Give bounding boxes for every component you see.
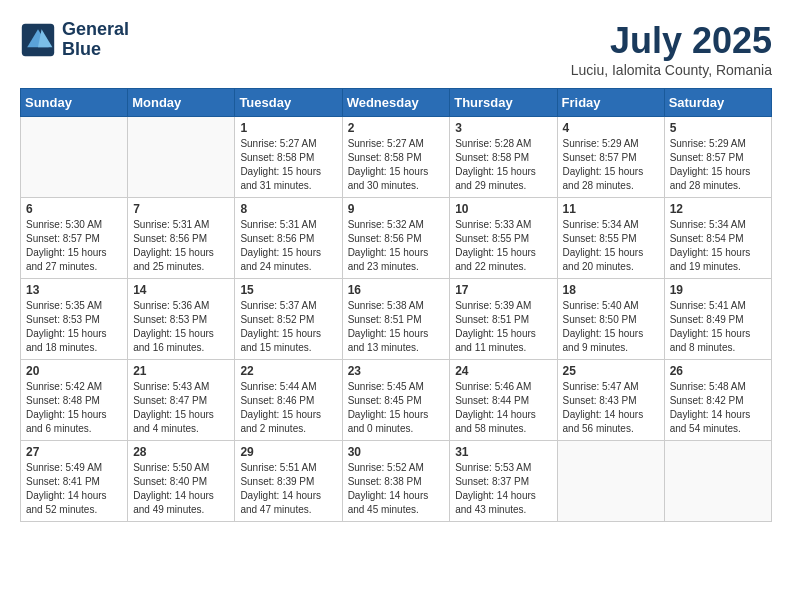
day-number: 6 xyxy=(26,202,122,216)
weekday-header: Sunday xyxy=(21,89,128,117)
logo-text: General Blue xyxy=(62,20,129,60)
day-number: 19 xyxy=(670,283,766,297)
calendar-cell: 22Sunrise: 5:44 AM Sunset: 8:46 PM Dayli… xyxy=(235,360,342,441)
calendar-cell xyxy=(21,117,128,198)
calendar-cell: 2Sunrise: 5:27 AM Sunset: 8:58 PM Daylig… xyxy=(342,117,450,198)
cell-details: Sunrise: 5:37 AM Sunset: 8:52 PM Dayligh… xyxy=(240,299,336,355)
weekday-header: Wednesday xyxy=(342,89,450,117)
day-number: 4 xyxy=(563,121,659,135)
cell-details: Sunrise: 5:50 AM Sunset: 8:40 PM Dayligh… xyxy=(133,461,229,517)
calendar-week-row: 20Sunrise: 5:42 AM Sunset: 8:48 PM Dayli… xyxy=(21,360,772,441)
month-title: July 2025 xyxy=(571,20,772,62)
calendar-cell: 23Sunrise: 5:45 AM Sunset: 8:45 PM Dayli… xyxy=(342,360,450,441)
calendar-cell: 4Sunrise: 5:29 AM Sunset: 8:57 PM Daylig… xyxy=(557,117,664,198)
calendar-cell: 7Sunrise: 5:31 AM Sunset: 8:56 PM Daylig… xyxy=(128,198,235,279)
day-number: 21 xyxy=(133,364,229,378)
cell-details: Sunrise: 5:27 AM Sunset: 8:58 PM Dayligh… xyxy=(348,137,445,193)
calendar-header-row: SundayMondayTuesdayWednesdayThursdayFrid… xyxy=(21,89,772,117)
weekday-header: Monday xyxy=(128,89,235,117)
day-number: 10 xyxy=(455,202,551,216)
cell-details: Sunrise: 5:47 AM Sunset: 8:43 PM Dayligh… xyxy=(563,380,659,436)
cell-details: Sunrise: 5:31 AM Sunset: 8:56 PM Dayligh… xyxy=(133,218,229,274)
day-number: 28 xyxy=(133,445,229,459)
location-title: Luciu, Ialomita County, Romania xyxy=(571,62,772,78)
cell-details: Sunrise: 5:34 AM Sunset: 8:54 PM Dayligh… xyxy=(670,218,766,274)
day-number: 15 xyxy=(240,283,336,297)
day-number: 12 xyxy=(670,202,766,216)
calendar-cell: 5Sunrise: 5:29 AM Sunset: 8:57 PM Daylig… xyxy=(664,117,771,198)
cell-details: Sunrise: 5:44 AM Sunset: 8:46 PM Dayligh… xyxy=(240,380,336,436)
logo: General Blue xyxy=(20,20,129,60)
calendar-cell xyxy=(128,117,235,198)
day-number: 16 xyxy=(348,283,445,297)
calendar-cell: 21Sunrise: 5:43 AM Sunset: 8:47 PM Dayli… xyxy=(128,360,235,441)
cell-details: Sunrise: 5:51 AM Sunset: 8:39 PM Dayligh… xyxy=(240,461,336,517)
day-number: 2 xyxy=(348,121,445,135)
page-header: General Blue July 2025 Luciu, Ialomita C… xyxy=(20,20,772,78)
day-number: 20 xyxy=(26,364,122,378)
day-number: 30 xyxy=(348,445,445,459)
day-number: 24 xyxy=(455,364,551,378)
day-number: 1 xyxy=(240,121,336,135)
cell-details: Sunrise: 5:48 AM Sunset: 8:42 PM Dayligh… xyxy=(670,380,766,436)
calendar-week-row: 6Sunrise: 5:30 AM Sunset: 8:57 PM Daylig… xyxy=(21,198,772,279)
calendar-cell: 29Sunrise: 5:51 AM Sunset: 8:39 PM Dayli… xyxy=(235,441,342,522)
cell-details: Sunrise: 5:29 AM Sunset: 8:57 PM Dayligh… xyxy=(670,137,766,193)
day-number: 23 xyxy=(348,364,445,378)
cell-details: Sunrise: 5:31 AM Sunset: 8:56 PM Dayligh… xyxy=(240,218,336,274)
calendar-cell: 30Sunrise: 5:52 AM Sunset: 8:38 PM Dayli… xyxy=(342,441,450,522)
day-number: 5 xyxy=(670,121,766,135)
weekday-header: Thursday xyxy=(450,89,557,117)
cell-details: Sunrise: 5:52 AM Sunset: 8:38 PM Dayligh… xyxy=(348,461,445,517)
calendar-cell: 12Sunrise: 5:34 AM Sunset: 8:54 PM Dayli… xyxy=(664,198,771,279)
day-number: 13 xyxy=(26,283,122,297)
calendar-table: SundayMondayTuesdayWednesdayThursdayFrid… xyxy=(20,88,772,522)
calendar-cell: 10Sunrise: 5:33 AM Sunset: 8:55 PM Dayli… xyxy=(450,198,557,279)
calendar-cell: 17Sunrise: 5:39 AM Sunset: 8:51 PM Dayli… xyxy=(450,279,557,360)
day-number: 18 xyxy=(563,283,659,297)
day-number: 11 xyxy=(563,202,659,216)
cell-details: Sunrise: 5:28 AM Sunset: 8:58 PM Dayligh… xyxy=(455,137,551,193)
calendar-cell: 16Sunrise: 5:38 AM Sunset: 8:51 PM Dayli… xyxy=(342,279,450,360)
cell-details: Sunrise: 5:53 AM Sunset: 8:37 PM Dayligh… xyxy=(455,461,551,517)
cell-details: Sunrise: 5:32 AM Sunset: 8:56 PM Dayligh… xyxy=(348,218,445,274)
calendar-cell: 9Sunrise: 5:32 AM Sunset: 8:56 PM Daylig… xyxy=(342,198,450,279)
calendar-cell: 15Sunrise: 5:37 AM Sunset: 8:52 PM Dayli… xyxy=(235,279,342,360)
calendar-cell: 24Sunrise: 5:46 AM Sunset: 8:44 PM Dayli… xyxy=(450,360,557,441)
cell-details: Sunrise: 5:36 AM Sunset: 8:53 PM Dayligh… xyxy=(133,299,229,355)
calendar-week-row: 1Sunrise: 5:27 AM Sunset: 8:58 PM Daylig… xyxy=(21,117,772,198)
calendar-cell: 8Sunrise: 5:31 AM Sunset: 8:56 PM Daylig… xyxy=(235,198,342,279)
calendar-cell: 20Sunrise: 5:42 AM Sunset: 8:48 PM Dayli… xyxy=(21,360,128,441)
day-number: 17 xyxy=(455,283,551,297)
calendar-cell: 26Sunrise: 5:48 AM Sunset: 8:42 PM Dayli… xyxy=(664,360,771,441)
calendar-cell xyxy=(664,441,771,522)
cell-details: Sunrise: 5:38 AM Sunset: 8:51 PM Dayligh… xyxy=(348,299,445,355)
calendar-cell: 25Sunrise: 5:47 AM Sunset: 8:43 PM Dayli… xyxy=(557,360,664,441)
cell-details: Sunrise: 5:49 AM Sunset: 8:41 PM Dayligh… xyxy=(26,461,122,517)
day-number: 29 xyxy=(240,445,336,459)
weekday-header: Tuesday xyxy=(235,89,342,117)
day-number: 22 xyxy=(240,364,336,378)
calendar-cell: 1Sunrise: 5:27 AM Sunset: 8:58 PM Daylig… xyxy=(235,117,342,198)
calendar-cell: 3Sunrise: 5:28 AM Sunset: 8:58 PM Daylig… xyxy=(450,117,557,198)
title-area: July 2025 Luciu, Ialomita County, Romani… xyxy=(571,20,772,78)
weekday-header: Friday xyxy=(557,89,664,117)
day-number: 31 xyxy=(455,445,551,459)
day-number: 27 xyxy=(26,445,122,459)
weekday-header: Saturday xyxy=(664,89,771,117)
calendar-cell: 27Sunrise: 5:49 AM Sunset: 8:41 PM Dayli… xyxy=(21,441,128,522)
cell-details: Sunrise: 5:35 AM Sunset: 8:53 PM Dayligh… xyxy=(26,299,122,355)
calendar-cell: 6Sunrise: 5:30 AM Sunset: 8:57 PM Daylig… xyxy=(21,198,128,279)
cell-details: Sunrise: 5:27 AM Sunset: 8:58 PM Dayligh… xyxy=(240,137,336,193)
calendar-cell: 28Sunrise: 5:50 AM Sunset: 8:40 PM Dayli… xyxy=(128,441,235,522)
calendar-cell: 19Sunrise: 5:41 AM Sunset: 8:49 PM Dayli… xyxy=(664,279,771,360)
cell-details: Sunrise: 5:39 AM Sunset: 8:51 PM Dayligh… xyxy=(455,299,551,355)
calendar-cell: 18Sunrise: 5:40 AM Sunset: 8:50 PM Dayli… xyxy=(557,279,664,360)
cell-details: Sunrise: 5:46 AM Sunset: 8:44 PM Dayligh… xyxy=(455,380,551,436)
day-number: 9 xyxy=(348,202,445,216)
day-number: 8 xyxy=(240,202,336,216)
calendar-cell: 14Sunrise: 5:36 AM Sunset: 8:53 PM Dayli… xyxy=(128,279,235,360)
cell-details: Sunrise: 5:30 AM Sunset: 8:57 PM Dayligh… xyxy=(26,218,122,274)
cell-details: Sunrise: 5:40 AM Sunset: 8:50 PM Dayligh… xyxy=(563,299,659,355)
cell-details: Sunrise: 5:42 AM Sunset: 8:48 PM Dayligh… xyxy=(26,380,122,436)
